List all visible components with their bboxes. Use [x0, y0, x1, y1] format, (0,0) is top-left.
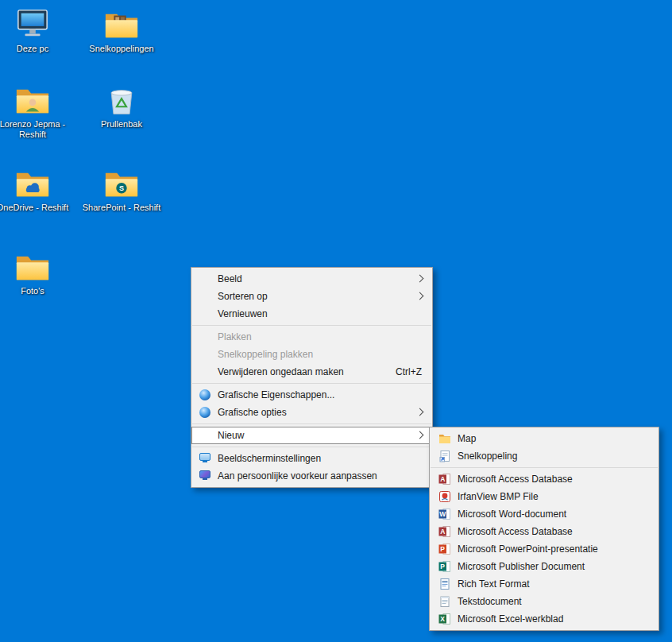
- access-icon: A: [438, 473, 451, 485]
- submenu-item-tekstdocument[interactable]: Tekstdocument: [430, 593, 658, 610]
- submenu-item-powerpoint-presentatie[interactable]: P Microsoft PowerPoint-presentatie: [430, 540, 658, 558]
- powerpoint-icon: P: [438, 543, 451, 555]
- access-icon: A: [438, 525, 451, 538]
- submenu-item-snelkoppeling[interactable]: Snelkoppeling: [430, 447, 658, 465]
- menu-item-verwijderen-ongedaan-maken[interactable]: Verwijderen ongedaan maken Ctrl+Z: [191, 363, 432, 381]
- svg-text:A: A: [440, 475, 445, 483]
- folder-icon: [438, 432, 451, 445]
- publisher-icon: P: [438, 560, 451, 573]
- menu-item-label: Beeldscherminstellingen: [218, 453, 321, 464]
- menu-item-label: Verwijderen ongedaan maken: [218, 366, 344, 377]
- menu-separator: [192, 423, 431, 424]
- word-icon: W: [438, 508, 451, 520]
- svg-text:S: S: [119, 184, 124, 192]
- menu-item-grafische-eigenschappen[interactable]: Grafische Eigenschappen...: [191, 386, 432, 404]
- submenu-item-rich-text-format[interactable]: Rich Text Format: [430, 575, 658, 593]
- menu-separator: [192, 447, 431, 447]
- menu-item-label: Beeld: [218, 273, 242, 284]
- menu-item-plakken: Plakken: [191, 328, 432, 346]
- this-pc-icon: [0, 5, 72, 41]
- desktop-icon-label: SharePoint - Reshift: [82, 203, 161, 213]
- submenu-item-access-database-1[interactable]: A Microsoft Access Database: [430, 470, 658, 488]
- submenu-item-publisher-document[interactable]: P Microsoft Publisher Document: [430, 558, 658, 575]
- desktop-icon-snelkoppelingen[interactable]: Snelkoppelingen: [82, 5, 161, 54]
- desktop-icon-deze-pc[interactable]: Deze pc: [0, 5, 72, 54]
- menu-item-label: Microsoft Word-document: [458, 509, 566, 520]
- desktop-icon-fotos[interactable]: Foto's: [0, 247, 72, 296]
- intel-graphics-icon: [199, 389, 210, 400]
- chevron-right-icon: [416, 431, 424, 439]
- new-submenu: Map Snelkoppeling A: [429, 427, 659, 631]
- text-document-icon: [438, 595, 451, 608]
- menu-item-label: Rich Text Format: [458, 578, 529, 590]
- menu-item-label: Snelkoppeling plakken: [218, 349, 313, 360]
- svg-text:P: P: [440, 563, 445, 570]
- submenu-item-word-document[interactable]: W Microsoft Word-document: [430, 505, 658, 523]
- desktop-icon-label: Snelkoppelingen: [82, 44, 161, 54]
- menu-item-label: Grafische Eigenschappen...: [218, 389, 334, 400]
- bmp-image-icon: [438, 490, 451, 503]
- desktop-icon-lorenzo-jepma[interactable]: Lorenzo Jepma - Reshift: [0, 80, 72, 140]
- folder-onedrive-icon: [0, 164, 72, 200]
- menu-item-label: Nieuw: [218, 430, 244, 441]
- submenu-item-irfanview-bmp[interactable]: IrfanView BMP File: [430, 488, 658, 505]
- display-settings-icon: [199, 453, 210, 461]
- menu-item-label: Microsoft Excel-werkblad: [458, 613, 563, 625]
- menu-item-label: Microsoft Access Database: [458, 526, 573, 537]
- menu-item-label: Microsoft PowerPoint-presentatie: [458, 543, 598, 555]
- desktop-icon-onedrive[interactable]: OneDrive - Reshift: [0, 164, 72, 213]
- desktop-context-menu: Beeld Sorteren op Vernieuwen Plakken Sne…: [191, 267, 433, 488]
- menu-item-label: Sorteren op: [218, 291, 268, 302]
- desktop-icon-label: Prullenbak: [82, 119, 161, 130]
- desktop-icon-label: Foto's: [0, 286, 72, 296]
- menu-item-nieuw[interactable]: Nieuw: [191, 427, 432, 444]
- menu-separator: [192, 325, 431, 326]
- menu-item-snelkoppeling-plakken: Snelkoppeling plakken: [191, 346, 432, 363]
- folder-shortcuts-icon: [82, 5, 161, 41]
- desktop: Deze pc Snelkoppelingen Lorenzo Jepma - …: [0, 0, 672, 642]
- menu-item-grafische-opties[interactable]: Grafische opties: [191, 404, 432, 421]
- menu-item-label: Grafische opties: [218, 407, 287, 418]
- menu-item-aan-persoonlijke-voorkeur-aanpassen[interactable]: Aan persoonlijke voorkeur aanpassen: [191, 467, 432, 485]
- menu-item-shortcut: Ctrl+Z: [396, 363, 422, 381]
- menu-separator: [431, 467, 658, 468]
- folder-sharepoint-icon: S: [82, 164, 161, 200]
- shortcut-icon: [438, 450, 451, 462]
- svg-text:X: X: [440, 615, 445, 623]
- menu-item-label: Aan persoonlijke voorkeur aanpassen: [218, 470, 377, 482]
- menu-item-beeldscherminstellingen[interactable]: Beeldscherminstellingen: [191, 450, 432, 467]
- intel-graphics-icon: [199, 407, 210, 418]
- menu-separator: [192, 383, 431, 384]
- svg-text:W: W: [439, 510, 446, 518]
- desktop-icon-label: Lorenzo Jepma - Reshift: [0, 119, 72, 140]
- desktop-icon-label: Deze pc: [0, 44, 72, 54]
- rtf-icon: [438, 578, 451, 590]
- menu-item-label: Vernieuwen: [218, 308, 268, 319]
- menu-item-label: Plakken: [218, 331, 252, 342]
- menu-item-label: Snelkoppeling: [458, 451, 517, 462]
- chevron-right-icon: [416, 292, 424, 300]
- recycle-bin-icon: [82, 80, 161, 117]
- menu-item-sorteren-op[interactable]: Sorteren op: [191, 288, 432, 305]
- menu-item-vernieuwen[interactable]: Vernieuwen: [191, 305, 432, 323]
- chevron-right-icon: [416, 408, 424, 416]
- submenu-item-access-database-2[interactable]: A Microsoft Access Database: [430, 523, 658, 540]
- desktop-icon-sharepoint[interactable]: S SharePoint - Reshift: [82, 164, 161, 213]
- svg-text:A: A: [440, 528, 445, 536]
- svg-text:P: P: [440, 545, 445, 553]
- menu-item-label: IrfanView BMP File: [458, 491, 539, 502]
- folder-user-icon: [0, 80, 72, 117]
- submenu-item-map[interactable]: Map: [430, 430, 658, 447]
- submenu-item-excel-werkblad[interactable]: X Microsoft Excel-werkblad: [430, 610, 658, 628]
- desktop-icon-label: OneDrive - Reshift: [0, 203, 72, 213]
- folder-icon: [0, 247, 72, 284]
- desktop-icon-prullenbak[interactable]: Prullenbak: [82, 80, 161, 130]
- menu-item-label: Map: [458, 433, 476, 444]
- excel-icon: X: [438, 613, 451, 625]
- chevron-right-icon: [416, 275, 424, 283]
- menu-item-label: Microsoft Access Database: [458, 474, 573, 485]
- personalize-icon: [199, 470, 210, 478]
- menu-item-label: Tekstdocument: [458, 596, 522, 607]
- menu-item-beeld[interactable]: Beeld: [191, 270, 432, 288]
- menu-item-label: Microsoft Publisher Document: [458, 561, 585, 572]
